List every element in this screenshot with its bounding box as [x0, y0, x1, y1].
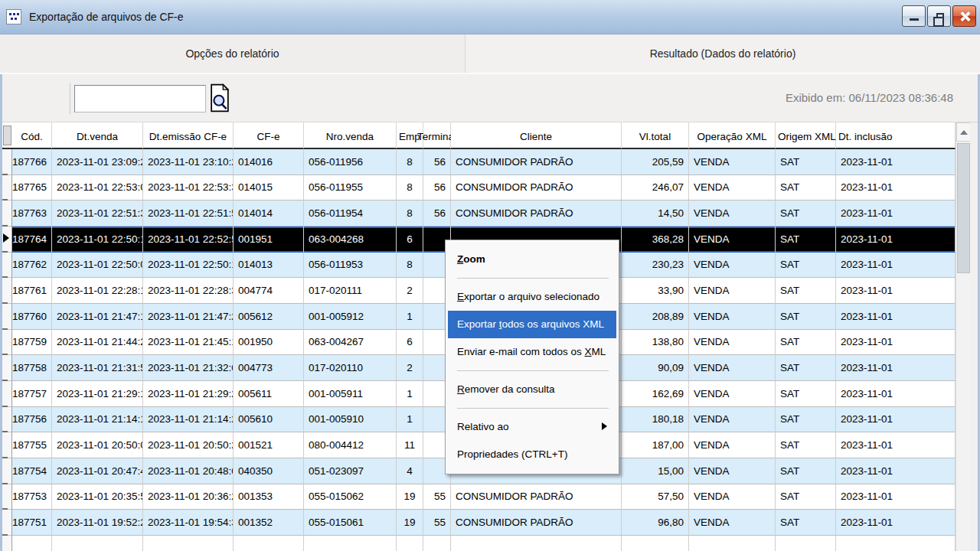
column-header-vltotal[interactable]: Vl.total: [622, 122, 689, 149]
cell-dtemissao[interactable]: [143, 536, 234, 551]
cell-dtvenda[interactable]: 2023-11-01 21:44:21: [52, 330, 143, 356]
cell-cod[interactable]: 187763: [12, 201, 52, 227]
cell-dtvenda[interactable]: 2023-11-01 22:51:36: [52, 201, 143, 227]
cell-dtinclusao[interactable]: [836, 536, 956, 551]
column-header-operacao[interactable]: Operação XML: [689, 122, 776, 149]
cell-origem[interactable]: SAT: [776, 432, 836, 458]
cell-dtvenda[interactable]: [52, 536, 143, 551]
cell-cfe[interactable]: 001521: [234, 432, 304, 458]
menu-item-exportar-o-arquivo-selecionado[interactable]: Exportar o arquivo selecionado: [448, 283, 616, 311]
cell-cod[interactable]: 187759: [12, 330, 52, 356]
row-indicator[interactable]: [2, 432, 12, 458]
cell-vltotal[interactable]: 96,80: [622, 510, 689, 536]
scrollbar-thumb[interactable]: [957, 143, 970, 273]
cell-emp[interactable]: 1: [397, 381, 423, 407]
row-indicator[interactable]: [2, 536, 12, 551]
cell-origem[interactable]: [776, 536, 836, 551]
cell-emp[interactable]: [397, 536, 423, 551]
cell-emp[interactable]: 2: [397, 278, 423, 304]
cell-origem[interactable]: SAT: [776, 407, 836, 433]
cell-dtvenda[interactable]: 2023-11-01 20:50:00: [52, 432, 143, 458]
cell-cfe[interactable]: 005610: [234, 407, 304, 433]
cell-nrovenda[interactable]: 056-011956: [304, 149, 397, 175]
cell-dtinclusao[interactable]: 2023-11-01: [836, 432, 956, 458]
cell-emp[interactable]: 2: [397, 355, 423, 381]
cell-dtinclusao[interactable]: 2023-11-01: [836, 201, 956, 227]
row-indicator[interactable]: [2, 330, 12, 356]
cell-dtvenda[interactable]: 2023-11-01 22:50:01: [52, 253, 143, 279]
cell-operacao[interactable]: [689, 536, 776, 551]
cell-operacao[interactable]: VENDA: [689, 458, 776, 484]
cell-dtvenda[interactable]: 2023-11-01 22:50:15: [52, 227, 143, 253]
cell-vltotal[interactable]: 33,90: [622, 278, 689, 304]
row-indicator[interactable]: [2, 407, 12, 433]
cell-cfe[interactable]: 005612: [234, 304, 304, 330]
cell-dtvenda[interactable]: 2023-11-01 19:52:21: [52, 510, 143, 536]
cell-origem[interactable]: SAT: [776, 175, 836, 201]
column-header-cfe[interactable]: CF-e: [234, 122, 304, 149]
cell-operacao[interactable]: VENDA: [689, 227, 776, 253]
cell-operacao[interactable]: VENDA: [689, 432, 776, 458]
cell-cod[interactable]: 187756: [12, 407, 52, 433]
cell-dtemissao[interactable]: 2023-11-01 21:14:28: [143, 407, 234, 433]
cell-cfe[interactable]: 001352: [234, 510, 304, 536]
cell-dtemissao[interactable]: 2023-11-01 20:48:04: [143, 458, 234, 484]
row-indicator[interactable]: [2, 149, 12, 175]
cell-nrovenda[interactable]: 055-015061: [304, 510, 397, 536]
cell-dtemissao[interactable]: 2023-11-01 23:10:24: [143, 149, 234, 175]
close-button[interactable]: [952, 5, 976, 27]
cell-dtemissao[interactable]: 2023-11-01 22:28:38: [143, 278, 234, 304]
cell-vltotal[interactable]: 230,23: [622, 253, 689, 279]
cell-origem[interactable]: SAT: [776, 510, 836, 536]
cell-dtemissao[interactable]: 2023-11-01 22:50:19: [143, 253, 234, 279]
cell-origem[interactable]: SAT: [776, 304, 836, 330]
column-header-nrovenda[interactable]: Nro.venda: [304, 122, 397, 149]
cell-terminal[interactable]: 56: [423, 149, 451, 175]
column-header-cod[interactable]: Cód.: [12, 122, 52, 149]
cell-dtemissao[interactable]: 2023-11-01 20:50:24: [143, 432, 234, 458]
row-indicator[interactable]: [2, 175, 12, 201]
cell-dtvenda[interactable]: 2023-11-01 22:28:18: [52, 278, 143, 304]
row-indicator[interactable]: [2, 227, 12, 253]
cell-nrovenda[interactable]: 080-004412: [304, 432, 397, 458]
cell-dtvenda[interactable]: 2023-11-01 20:35:59: [52, 484, 143, 510]
cell-operacao[interactable]: VENDA: [689, 278, 776, 304]
cell-nrovenda[interactable]: 001-005912: [304, 304, 397, 330]
tab-opcoes-do-relatorio[interactable]: Opções do relatório: [0, 34, 466, 73]
cell-operacao[interactable]: VENDA: [689, 330, 776, 356]
cell-terminal[interactable]: [423, 536, 451, 551]
cell-vltotal[interactable]: [622, 536, 689, 551]
cell-dtvenda[interactable]: 2023-11-01 21:31:52: [52, 355, 143, 381]
cell-vltotal[interactable]: 187,00: [622, 432, 689, 458]
cell-dtemissao[interactable]: 2023-11-01 21:47:21: [143, 304, 234, 330]
menu-item-relativo-ao[interactable]: Relativo ao: [448, 413, 616, 441]
cell-origem[interactable]: SAT: [776, 201, 836, 227]
cell-vltotal[interactable]: 15,00: [622, 458, 689, 484]
cell-cfe[interactable]: 004774: [234, 278, 304, 304]
column-header-dtinclusao[interactable]: Dt. inclusão: [836, 122, 956, 149]
cell-dtemissao[interactable]: 2023-11-01 19:54:38: [143, 510, 234, 536]
cell-dtinclusao[interactable]: 2023-11-01: [836, 381, 956, 407]
cell-dtemissao[interactable]: 2023-11-01 21:29:29: [143, 381, 234, 407]
cell-nrovenda[interactable]: 056-011953: [304, 253, 397, 279]
cell-operacao[interactable]: VENDA: [689, 175, 776, 201]
cell-origem[interactable]: SAT: [776, 355, 836, 381]
cell-dtinclusao[interactable]: 2023-11-01: [836, 253, 956, 279]
menu-item-propriedades-ctrl-t[interactable]: Propriedades (CTRL+T): [448, 441, 616, 468]
cell-operacao[interactable]: VENDA: [689, 253, 776, 279]
row-indicator[interactable]: [2, 355, 12, 381]
cell-dtinclusao[interactable]: 2023-11-01: [836, 278, 956, 304]
cell-cfe[interactable]: 001951: [234, 227, 304, 253]
column-header-dtemissao[interactable]: Dt.emissão CF-e: [143, 122, 234, 149]
cell-nrovenda[interactable]: [304, 536, 397, 551]
cell-cod[interactable]: 187765: [12, 175, 52, 201]
cell-operacao[interactable]: VENDA: [689, 149, 776, 175]
cell-cliente[interactable]: CONSUMIDOR PADRÃO: [451, 175, 622, 201]
row-indicator[interactable]: [2, 381, 12, 407]
cell-nrovenda[interactable]: 063-004268: [304, 227, 397, 253]
cell-dtvenda[interactable]: 2023-11-01 20:47:48: [52, 458, 143, 484]
cell-terminal[interactable]: 55: [423, 484, 451, 510]
cell-dtinclusao[interactable]: 2023-11-01: [836, 149, 956, 175]
cell-operacao[interactable]: VENDA: [689, 304, 776, 330]
cell-cfe[interactable]: 005611: [234, 381, 304, 407]
